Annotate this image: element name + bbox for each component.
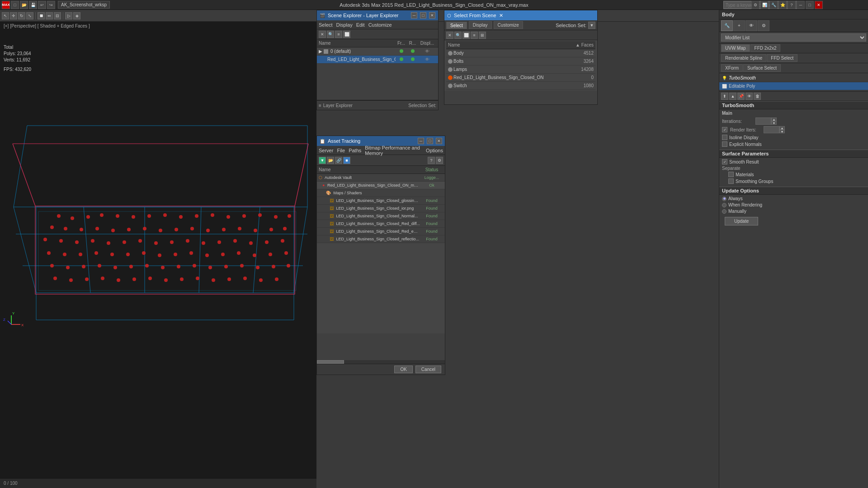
snap-tool[interactable]: 🔲 bbox=[38, 12, 45, 19]
se-layer-red[interactable]: Red_LED_Light_Business_Sign_Close... 👁 bbox=[317, 56, 438, 64]
at-close-btn[interactable]: ✕ bbox=[436, 138, 442, 144]
se-layer-default[interactable]: ▶ 0 (default) 👁 bbox=[317, 47, 438, 56]
toolbar-icon-4[interactable]: ⭐ bbox=[778, 1, 787, 9]
stack-delete-btn[interactable]: 🗑 bbox=[754, 93, 761, 100]
sfs-dropdown-btn[interactable]: ▼ bbox=[588, 22, 595, 29]
render-iters-checkbox[interactable]: ✓ bbox=[722, 127, 727, 132]
se-menu-edit[interactable]: Edit bbox=[356, 22, 365, 28]
sfs-view-icon[interactable]: ⬜ bbox=[462, 32, 470, 39]
at-minimize-btn[interactable]: ─ bbox=[418, 138, 424, 144]
toolbar-icon-1[interactable]: ⚙ bbox=[751, 1, 760, 9]
sfs-item-sign[interactable]: Red_LED_Light_Business_Sign_Closed_ON 0 bbox=[446, 74, 595, 82]
when-rendering-radio[interactable] bbox=[722, 203, 726, 207]
scene-explorer-minimize[interactable]: ─ bbox=[411, 12, 417, 19]
at-menu-file[interactable]: File bbox=[337, 148, 345, 153]
rotate-tool[interactable]: ↻ bbox=[18, 12, 25, 19]
at-icon-1[interactable]: ▼ bbox=[319, 157, 326, 164]
mod-tab-ffdselect[interactable]: FFD Select bbox=[767, 54, 797, 62]
sfs-item-lamps[interactable]: Lamps 14208 bbox=[446, 66, 595, 74]
at-cancel-btn[interactable]: Cancel bbox=[415, 366, 441, 373]
select-tool[interactable]: ↖ bbox=[2, 12, 9, 19]
se-menu-customize[interactable]: Customize bbox=[368, 22, 392, 28]
iterations-up-btn[interactable]: ▲ bbox=[771, 117, 777, 121]
rp-tab-modify[interactable]: 🔧 bbox=[721, 20, 733, 31]
save-btn[interactable]: 💾 bbox=[29, 1, 37, 9]
sfs-tab-customize[interactable]: Customize bbox=[494, 21, 523, 29]
at-settings-icon[interactable]: ⚙ bbox=[436, 157, 443, 164]
at-menu-bitmap[interactable]: Bitmap Performance and Memory bbox=[365, 145, 422, 156]
workspace-name[interactable]: AK_Screenshot_wrksp bbox=[58, 1, 110, 9]
mod-tab-uvwmap[interactable]: UVW Map bbox=[721, 44, 750, 52]
render-iters-input[interactable]: 2 bbox=[764, 126, 779, 133]
update-btn[interactable]: Update bbox=[725, 217, 758, 225]
mod-turbosmooth[interactable]: 💡 TurboSmooth bbox=[719, 74, 868, 82]
iterations-down-btn[interactable]: ▼ bbox=[771, 121, 777, 125]
se-objects-icon[interactable]: ⬜ bbox=[343, 31, 350, 38]
sfs-layer-icon[interactable]: ≡ bbox=[471, 32, 478, 39]
stack-show-btn[interactable]: 👁 bbox=[745, 93, 753, 100]
render-iters-down-btn[interactable]: ▼ bbox=[779, 130, 785, 133]
smoothing-groups-checkbox[interactable] bbox=[728, 178, 734, 184]
sfs-tab-display[interactable]: Display bbox=[469, 21, 492, 29]
toolbar-icon-3[interactable]: 🔧 bbox=[769, 1, 778, 9]
mod-tab-ffd[interactable]: FFD 2x2x2 bbox=[750, 44, 781, 52]
sfs-filter-icon[interactable]: 🔍 bbox=[454, 32, 462, 39]
at-row-emi[interactable]: 🖼 LED_Light_Business_Sign_Closed_Red_emi… bbox=[317, 228, 445, 235]
material-tool[interactable]: ◈ bbox=[73, 12, 80, 19]
sfs-item-switch[interactable]: Switch 1080 bbox=[446, 82, 595, 90]
sfs-grid-icon[interactable]: ⊞ bbox=[479, 32, 486, 39]
sfs-item-body[interactable]: Body 4512 bbox=[446, 49, 595, 57]
at-menu-options[interactable]: Options bbox=[426, 148, 443, 153]
at-row-diff[interactable]: 🖼 LED_Light_Business_Sign_Closed_Red_dif… bbox=[317, 220, 445, 228]
scale-tool[interactable]: ⤡ bbox=[26, 12, 33, 19]
at-scrollbar-thumb[interactable] bbox=[317, 360, 344, 364]
always-radio[interactable] bbox=[722, 197, 726, 201]
stack-top-btn[interactable]: ⬆ bbox=[721, 93, 728, 100]
maximize-btn[interactable]: □ bbox=[806, 1, 814, 9]
scene-explorer-close[interactable]: ✕ bbox=[429, 12, 435, 19]
at-icon-3[interactable]: 🔗 bbox=[335, 157, 342, 164]
at-table-container[interactable]: Name Status ⬡ Autodesk Vault Logge... ● … bbox=[317, 166, 445, 371]
open-btn[interactable]: 📂 bbox=[20, 1, 28, 9]
viewport[interactable]: [+] [Perspective] [ Shaded + Edged Faces… bbox=[0, 22, 316, 478]
at-menu-paths[interactable]: Paths bbox=[349, 148, 361, 153]
wireframe-canvas[interactable]: X Y Z bbox=[0, 22, 316, 478]
at-help-icon[interactable]: ? bbox=[428, 157, 435, 164]
explicit-normals-checkbox[interactable] bbox=[722, 141, 727, 147]
se-close-icon[interactable]: ✕ bbox=[319, 31, 326, 38]
align-tool[interactable]: ⊟ bbox=[54, 12, 61, 19]
modifier-list-dropdown[interactable]: Modifier List bbox=[721, 33, 866, 42]
mod-tab-rendspline[interactable]: Renderable Spline bbox=[721, 54, 766, 62]
at-row-ior[interactable]: 🖼 LED_Light_Business_Sign_Closed_ior.png… bbox=[317, 205, 445, 212]
rp-tab-utilities[interactable]: ⚙ bbox=[758, 20, 769, 31]
scene-explorer-maximize[interactable]: □ bbox=[420, 12, 426, 19]
at-row-vault[interactable]: ⬡ Autodesk Vault Logge... bbox=[317, 174, 445, 182]
stack-pin-btn[interactable]: 📌 bbox=[737, 93, 745, 100]
help-btn[interactable]: ? bbox=[788, 1, 796, 9]
isoline-checkbox[interactable] bbox=[722, 135, 727, 140]
mod-editablepoly[interactable]: ⬜ Editable Poly bbox=[719, 82, 868, 90]
se-layers-icon[interactable]: ≡ bbox=[335, 31, 342, 38]
at-row-maps[interactable]: 🎨 Maps / Shaders bbox=[317, 189, 445, 197]
close-btn[interactable]: ✕ bbox=[815, 1, 823, 9]
new-btn[interactable]: □ bbox=[11, 1, 19, 9]
at-menu-server[interactable]: Server bbox=[319, 148, 333, 153]
mod-tab-xform[interactable]: XForm bbox=[721, 64, 743, 72]
iterations-spinner[interactable]: 0 ▲ ▼ bbox=[755, 117, 777, 125]
at-maximize-btn[interactable]: □ bbox=[427, 138, 433, 144]
at-icon-2[interactable]: 📂 bbox=[327, 157, 334, 164]
at-row-gloss[interactable]: 🖼 LED_Light_Business_Sign_Closed_glossin… bbox=[317, 197, 445, 205]
render-iters-up-btn[interactable]: ▲ bbox=[779, 126, 785, 130]
undo-btn[interactable]: ↩ bbox=[38, 1, 46, 9]
rp-tab-create[interactable]: + bbox=[733, 20, 745, 31]
rp-tab-display[interactable]: 👁 bbox=[745, 20, 757, 31]
toolbar-icon-2[interactable]: 📊 bbox=[760, 1, 769, 9]
iterations-input[interactable]: 0 bbox=[755, 117, 771, 125]
sfs-tab-select[interactable]: Select bbox=[446, 22, 467, 29]
at-row-refl[interactable]: 🖼 LED_Light_Business_Sign_Closed_reflect… bbox=[317, 235, 445, 243]
materials-checkbox[interactable] bbox=[728, 172, 734, 177]
smooth-result-checkbox[interactable]: ✓ bbox=[722, 159, 727, 164]
se-menu-display[interactable]: Display bbox=[336, 22, 353, 28]
move-tool[interactable]: ✛ bbox=[10, 12, 17, 19]
at-row-normal[interactable]: 🖼 LED_Light_Business_Sign_Closed_Normal.… bbox=[317, 212, 445, 220]
